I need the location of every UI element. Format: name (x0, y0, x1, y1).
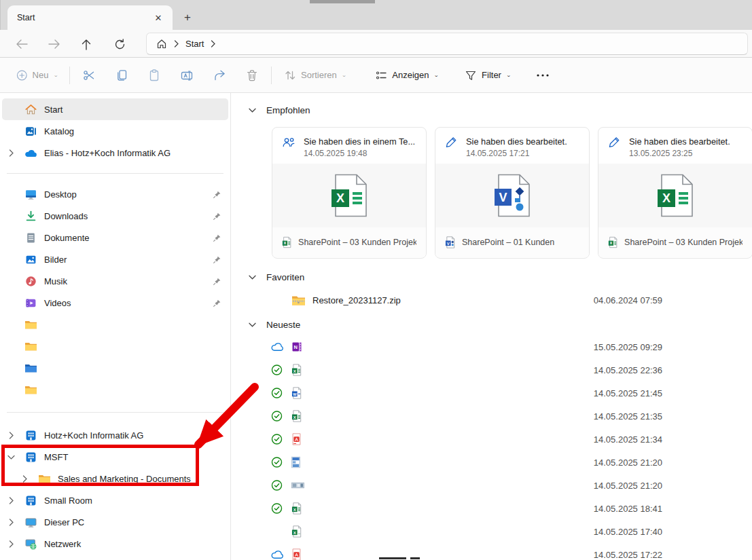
sidebar-item-label: MSFT (44, 452, 68, 462)
recent-file-date: 14.05.2025 22:36 (581, 365, 662, 375)
breadcrumb-start[interactable]: Start (185, 39, 204, 49)
building-icon (24, 493, 37, 507)
favorite-file-date: 04.06.2024 07:59 (581, 295, 662, 305)
chevron-down-icon (249, 108, 256, 113)
more-options-button[interactable] (529, 63, 556, 88)
copy-button[interactable] (105, 63, 138, 88)
sidebar-item-hotzkoch[interactable]: Hotz+Koch Informatik AG (2, 424, 228, 446)
sidebar-item-label: Hotz+Koch Informatik AG (44, 430, 143, 441)
share-button[interactable] (203, 63, 236, 88)
new-button[interactable]: Neu⌄ (11, 63, 64, 88)
sidebar-item-desktop[interactable]: Desktop (2, 183, 228, 205)
network-icon (24, 537, 37, 550)
building-icon (24, 428, 37, 442)
refresh-button[interactable] (109, 33, 130, 55)
recent-file-row[interactable]: X 14.05.2025 18:41 (232, 497, 752, 520)
sidebar-item-downloads[interactable]: Downloads (2, 205, 228, 227)
image-thumbnail-icon (291, 483, 304, 489)
recent-file-row[interactable]: 14.05.2025 17:22 (232, 543, 752, 560)
recent-file-row[interactable]: N 15.05.2025 09:29 (232, 335, 752, 358)
sidebar-item-label: Small Room (44, 496, 92, 506)
sidebar-item-folder[interactable] (2, 379, 228, 400)
sidebar-item-label: Desktop (44, 189, 77, 200)
recent-file-row[interactable]: 14.05.2025 21:34 (232, 428, 752, 451)
sidebar-item-label: Netzwerk (44, 539, 81, 549)
recent-file-row[interactable]: X 14.05.2025 22:36 (232, 358, 752, 381)
chevron-right-icon[interactable] (2, 540, 20, 548)
sort-icon (284, 69, 296, 81)
recommended-card[interactable]: Sie haben dies bearbeitet. 14.05.2025 17… (435, 127, 590, 259)
navigation-bar: Start (0, 30, 752, 58)
pin-icon (213, 277, 221, 286)
recommended-card[interactable]: Sie haben dies in einem Te... 14.05.2025… (272, 127, 427, 259)
chevron-right-icon[interactable] (16, 475, 33, 483)
section-header-empfohlen[interactable]: Empfohlen (249, 104, 310, 116)
sidebar-item-small-room[interactable]: Small Room (2, 489, 228, 511)
sidebar-separator (7, 173, 223, 174)
sidebar-item-msft[interactable]: MSFT (2, 446, 228, 468)
recent-file-row[interactable]: X 14.05.2025 21:35 (232, 405, 752, 428)
sort-button[interactable]: Sortieren⌄ (279, 63, 352, 88)
breadcrumb-chevron-icon[interactable] (211, 40, 215, 48)
synced-check-icon (271, 388, 283, 399)
recent-file-date: 14.05.2025 21:20 (581, 481, 662, 491)
view-button[interactable]: Anzeigen⌄ (370, 63, 444, 88)
forward-button[interactable] (43, 33, 65, 55)
chevron-right-icon[interactable] (2, 432, 20, 439)
recent-file-row[interactable]: 14.05.2025 21:20 (232, 451, 752, 474)
section-header-favoriten[interactable]: Favoriten (249, 271, 304, 283)
tab-start[interactable]: Start ✕ (7, 5, 173, 30)
up-button[interactable] (75, 33, 97, 55)
sidebar-item-start[interactable]: Start (2, 98, 228, 120)
new-tab-button[interactable]: + (179, 9, 196, 26)
copy-icon (115, 69, 128, 82)
svg-text:X: X (336, 191, 344, 205)
tab-bar: Start ✕ + (0, 0, 752, 30)
sidebar-item-folder[interactable] (2, 335, 228, 357)
tab-close-icon[interactable]: ✕ (151, 10, 166, 25)
card-file-thumbnail: X (598, 164, 752, 227)
sidebar-item-label: Katalog (44, 126, 74, 136)
chevron-right-icon[interactable] (2, 149, 20, 157)
recent-file-row[interactable]: W 14.05.2025 21:45 (232, 381, 752, 405)
recommended-card[interactable]: Sie haben dies bearbeitet. 13.05.2025 23… (598, 127, 752, 259)
sidebar-item-katalog[interactable]: Katalog (2, 120, 228, 142)
visio-file-icon: V (445, 236, 455, 248)
pin-icon (213, 234, 221, 242)
sidebar-item-folder-blue[interactable] (2, 357, 228, 379)
videos-icon (24, 296, 37, 310)
rename-button[interactable] (171, 63, 203, 88)
sidebar-item-onedrive[interactable]: Elias - Hotz+Koch Informatik AG (2, 142, 228, 164)
filter-button[interactable]: Filter⌄ (459, 63, 516, 88)
sidebar-item-bilder[interactable]: Bilder (2, 248, 228, 270)
breadcrumb-chevron-icon[interactable] (174, 40, 179, 48)
home-breadcrumb-icon[interactable] (156, 39, 167, 50)
sidebar-item-dieser-pc[interactable]: Dieser PC (2, 511, 228, 533)
recent-file-date: 14.05.2025 21:35 (581, 411, 662, 422)
toolbar-divider (69, 67, 70, 84)
sidebar-item-dokumente[interactable]: Dokumente (2, 227, 228, 248)
back-button[interactable] (11, 33, 33, 55)
sidebar-item-folder[interactable] (2, 314, 228, 335)
chevron-right-icon[interactable] (2, 497, 20, 504)
sidebar-item-netzwerk[interactable]: Netzwerk (2, 533, 228, 555)
recent-file-row[interactable]: X 14.05.2025 17:40 (232, 520, 752, 543)
command-toolbar: Neu⌄ Sortieren⌄ Anzeigen⌄ Filter⌄ (0, 58, 752, 93)
svg-text:V: V (499, 190, 507, 204)
delete-button[interactable] (236, 63, 268, 88)
section-header-neueste[interactable]: Neueste (249, 318, 300, 331)
cut-button[interactable] (73, 63, 105, 88)
recent-file-row[interactable]: 14.05.2025 21:20 (232, 474, 752, 497)
synced-check-icon (271, 411, 283, 422)
pin-icon (213, 212, 221, 221)
sidebar-item-sales-marketing[interactable]: Sales and Marketing - Documents (16, 468, 228, 489)
sidebar-item-videos[interactable]: Videos (2, 292, 228, 314)
favorite-file-name: Restore_20231127.zip (312, 295, 401, 305)
chevron-down-icon[interactable] (2, 455, 20, 460)
favorite-item-row[interactable]: Restore_20231127.zip 04.06.2024 07:59 (232, 288, 752, 312)
sidebar-item-musik[interactable]: Musik (2, 270, 228, 292)
paste-button[interactable] (138, 63, 171, 88)
chevron-right-icon[interactable] (2, 519, 20, 526)
address-bar[interactable]: Start (146, 33, 748, 55)
excel-file-icon: X (291, 410, 302, 422)
